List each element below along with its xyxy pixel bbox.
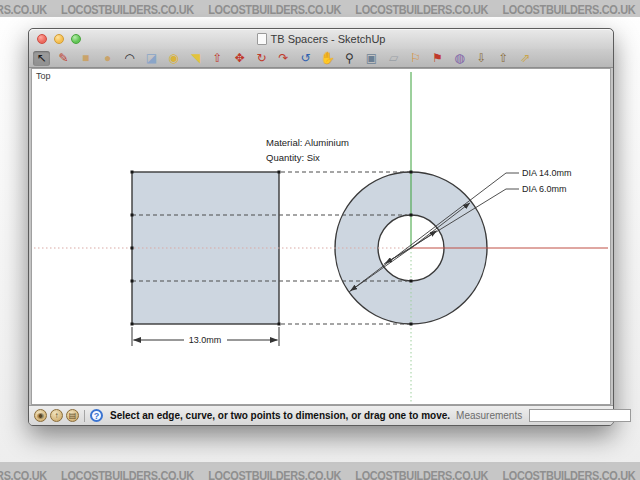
zoom-button[interactable]: [71, 34, 81, 44]
share-model-tool-icon[interactable]: ⇧: [495, 51, 512, 66]
move-tool-icon[interactable]: ✥: [231, 51, 248, 66]
eraser-tool-icon[interactable]: ◪: [143, 51, 160, 66]
drawing-canvas[interactable]: Top: [31, 68, 611, 405]
line-tool-icon[interactable]: ✎: [55, 51, 72, 66]
measurements-label: Measurements: [456, 410, 522, 421]
zoom-extents-tool-icon[interactable]: ▣: [363, 51, 380, 66]
watermark-text: LOCOSTBUILDERS.CO.UK: [502, 468, 635, 480]
window-title-text: TB Spacers - SketchUp: [271, 33, 386, 45]
watermark-band-top: LOCOSTBUILDERS.CO.UKLOCOSTBUILDERS.CO.UK…: [0, 0, 640, 17]
status-icon-2[interactable]: ↑: [50, 409, 63, 422]
status-message: Select an edge, curve, or two points to …: [110, 410, 450, 421]
export-tool-icon[interactable]: ⇗: [517, 51, 534, 66]
rectangle-tool-icon[interactable]: ■: [77, 51, 94, 66]
orbit-tool-icon[interactable]: ↺: [297, 51, 314, 66]
paint-bucket-tool-icon[interactable]: ◥: [187, 51, 204, 66]
follow-me-tool-icon[interactable]: ↷: [275, 51, 292, 66]
document-icon: [257, 33, 267, 45]
window-title: TB Spacers - SketchUp: [109, 29, 533, 49]
watermark-band-bottom: LOCOSTBUILDERS.CO.UKLOCOSTBUILDERS.CO.UK…: [0, 462, 640, 480]
watermark-text: LOCOSTBUILDERS.CO.UK: [0, 2, 47, 17]
help-icon[interactable]: ?: [90, 409, 103, 422]
watermark-text: LOCOSTBUILDERS.CO.UK: [61, 468, 194, 480]
minimize-button[interactable]: [54, 34, 64, 44]
watermark-text: LOCOSTBUILDERS.CO.UK: [502, 2, 635, 17]
arc-tool-icon[interactable]: ◠: [121, 51, 138, 66]
measurements-input[interactable]: [529, 409, 631, 422]
pan-tool-icon[interactable]: ✋: [319, 51, 336, 66]
title-bar[interactable]: TB Spacers - SketchUp: [29, 29, 613, 49]
circle-tool-icon[interactable]: ●: [99, 51, 116, 66]
watermark-text: LOCOSTBUILDERS.CO.UK: [355, 468, 488, 480]
watermark-text: LOCOSTBUILDERS.CO.UK: [208, 468, 341, 480]
zoom-tool-icon[interactable]: ⚲: [341, 51, 358, 66]
status-icon-1[interactable]: ◉: [34, 409, 47, 422]
tape-measure-tool-icon[interactable]: ◉: [165, 51, 182, 66]
select-tool-icon[interactable]: ↖: [33, 51, 50, 66]
status-bar: ◉ ↑ ▤ ? Select an edge, curve, or two po…: [29, 405, 613, 425]
rotate-tool-icon[interactable]: ↻: [253, 51, 270, 66]
status-divider: [84, 410, 85, 422]
outer-diameter-label[interactable]: DIA 14.0mm: [522, 168, 572, 178]
section-plane-tool-icon[interactable]: ▱: [385, 51, 402, 66]
model-drawing: 13.0mm DIA 14.0mm DIA 6.0mm Material: Al…: [32, 69, 610, 404]
sketchup-window: TB Spacers - SketchUp ↖✎■●◠◪◉◥⇧✥↻↷↺✋⚲▣▱⚐…: [28, 28, 614, 426]
watermark-text: LOCOSTBUILDERS.CO.UK: [355, 2, 488, 17]
add-location-tool-icon[interactable]: ⚐: [407, 51, 424, 66]
watermark-text: LOCOSTBUILDERS.CO.UK: [0, 468, 47, 480]
photo-textures-tool-icon[interactable]: ⚑: [429, 51, 446, 66]
close-button[interactable]: [37, 34, 47, 44]
width-dimension-label[interactable]: 13.0mm: [189, 335, 222, 345]
traffic-lights: [37, 34, 81, 44]
toolbar: ↖✎■●◠◪◉◥⇧✥↻↷↺✋⚲▣▱⚐⚑◍⇩⇧⇗: [29, 49, 613, 68]
push-pull-tool-icon[interactable]: ⇧: [209, 51, 226, 66]
watermark-strip: LOCOSTBUILDERS.CO.UKLOCOSTBUILDERS.CO.UK…: [0, 0, 640, 17]
inner-diameter-label[interactable]: DIA 6.0mm: [522, 184, 567, 194]
watermark-strip: LOCOSTBUILDERS.CO.UKLOCOSTBUILDERS.CO.UK…: [0, 462, 640, 480]
status-icon-3[interactable]: ▤: [66, 409, 79, 422]
watermark-text: LOCOSTBUILDERS.CO.UK: [208, 2, 341, 17]
watermark-text: LOCOSTBUILDERS.CO.UK: [61, 2, 194, 17]
material-annotation: Material: Aluminium: [266, 137, 349, 148]
quantity-annotation: Quantity: Six: [266, 152, 320, 163]
google-earth-tool-icon[interactable]: ◍: [451, 51, 468, 66]
get-models-tool-icon[interactable]: ⇩: [473, 51, 490, 66]
